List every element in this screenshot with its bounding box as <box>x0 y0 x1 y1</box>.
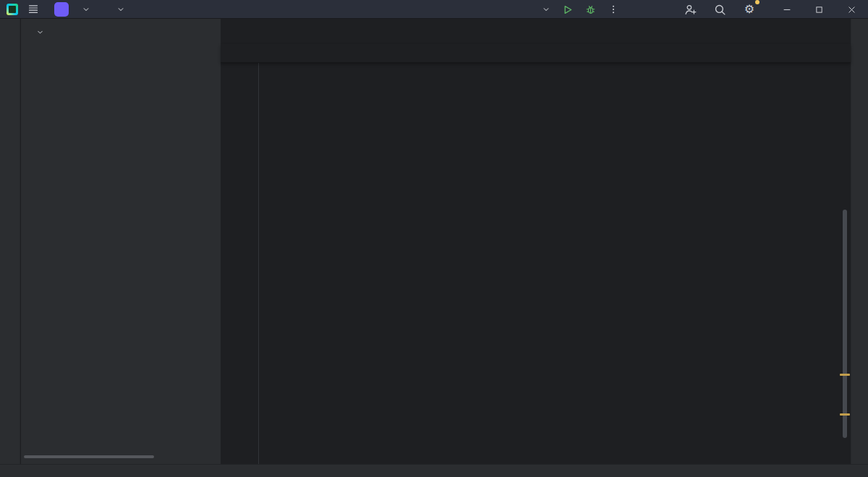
chevron-down-icon <box>82 5 90 14</box>
search-icon <box>714 4 726 16</box>
maximize-icon <box>814 5 824 14</box>
window-controls <box>770 0 868 19</box>
editor <box>221 19 851 464</box>
warning-stripe-mark[interactable] <box>840 374 850 376</box>
close-icon <box>847 5 856 14</box>
more-actions-button[interactable] <box>604 1 623 17</box>
update-badge <box>755 0 760 4</box>
maximize-button[interactable] <box>803 0 835 19</box>
title-bar-left <box>0 1 128 17</box>
code-with-me-button[interactable] <box>681 1 699 17</box>
close-button[interactable] <box>835 0 868 19</box>
editor-tabs <box>221 19 851 44</box>
project-panel-hscrollbar[interactable] <box>24 455 154 458</box>
minimize-button[interactable] <box>770 0 803 19</box>
title-bar-actions: ⚙ <box>681 0 758 19</box>
hamburger-icon <box>27 4 39 15</box>
project-selector[interactable] <box>75 1 93 17</box>
debug-button[interactable] <box>581 1 600 17</box>
user-plus-icon <box>684 4 697 16</box>
status-bar <box>0 464 868 477</box>
project-panel-header[interactable] <box>21 19 221 43</box>
kebab-icon <box>608 4 618 14</box>
project-avatar[interactable] <box>54 2 69 17</box>
gear-icon: ⚙ <box>744 4 754 15</box>
title-bar: ⚙ <box>0 0 868 19</box>
run-button[interactable] <box>558 1 576 17</box>
project-panel <box>21 19 221 464</box>
sticky-header-line[interactable] <box>221 44 851 63</box>
run-toolbar <box>530 0 623 19</box>
chevron-down-icon <box>542 5 550 14</box>
bug-icon <box>585 4 596 15</box>
editor-vscrollbar[interactable] <box>843 210 847 438</box>
chevron-down-icon <box>116 5 125 14</box>
warning-stripe-mark[interactable] <box>840 413 850 416</box>
left-tool-strip <box>0 19 20 464</box>
vcs-menu[interactable] <box>110 1 128 17</box>
pycharm-logo-icon <box>7 4 18 15</box>
gutter-divider <box>258 44 259 464</box>
run-icon <box>562 4 573 15</box>
main-menu-button[interactable] <box>25 1 42 17</box>
minimize-icon <box>782 4 792 14</box>
run-config-selector[interactable] <box>530 1 553 17</box>
right-tool-strip <box>851 19 868 464</box>
search-everywhere-button[interactable] <box>711 1 728 17</box>
settings-button[interactable]: ⚙ <box>741 1 758 17</box>
chevron-down-icon <box>36 28 44 36</box>
